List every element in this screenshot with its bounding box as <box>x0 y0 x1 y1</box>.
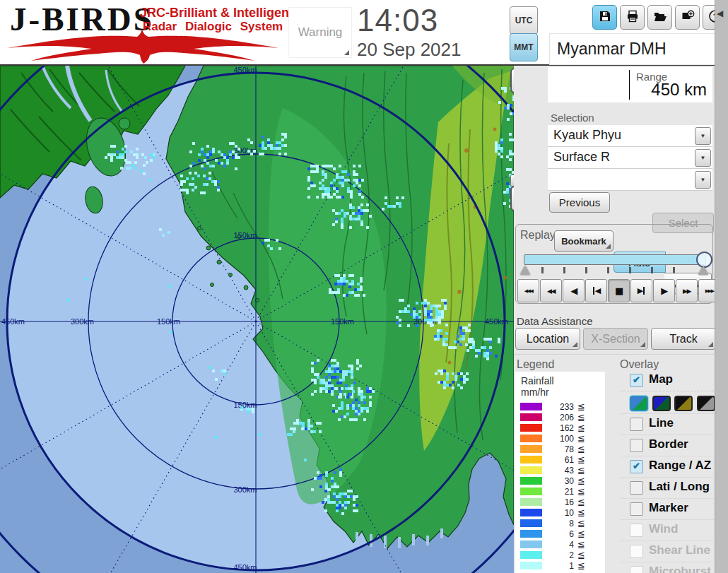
overlay-item-lati-long[interactable]: Lati / Long <box>620 477 714 498</box>
station-name-box: Myanmar DMH <box>549 33 722 65</box>
map-style-4[interactable] <box>697 396 715 411</box>
checkbox-icon[interactable] <box>630 439 643 452</box>
play-button[interactable]: ▶ <box>653 279 675 302</box>
save-icon <box>598 9 612 26</box>
legend-unit: mm/hr <box>521 386 549 398</box>
map-style-1[interactable] <box>630 396 648 411</box>
toolbar: ? <box>592 5 727 30</box>
chevron-down-icon[interactable]: ▼ <box>695 127 711 145</box>
overlay-item-label: Marker <box>649 501 688 515</box>
overlay-item-microburst[interactable]: Microburst <box>620 562 714 573</box>
legend-value: 206 <box>524 413 574 423</box>
panel-collapse-strip[interactable]: ◀ <box>715 0 728 573</box>
checkbox-icon[interactable] <box>630 418 643 431</box>
play-icon: ▶ <box>661 285 667 296</box>
track-button[interactable]: Track <box>651 328 716 350</box>
legend-value: 100 <box>524 434 574 444</box>
fast-forward-2-button[interactable]: ▶▶ <box>676 279 698 302</box>
overlay-item-map[interactable]: ✔Map <box>620 370 714 391</box>
print-button[interactable] <box>620 5 645 30</box>
overlay-item-border[interactable]: Border <box>620 435 714 456</box>
overlay-item-line[interactable]: Line <box>620 413 714 435</box>
map-style-swatches <box>620 391 714 413</box>
slider-tick <box>673 267 675 273</box>
legend-operator: ≦ <box>577 497 585 507</box>
step-back-button[interactable]: ◀ <box>563 279 585 302</box>
stop-button[interactable]: ■ <box>608 279 630 302</box>
legend-value: 8 <box>524 519 574 528</box>
fast-rewind-2-button[interactable]: ◀◀ <box>540 279 562 302</box>
save-button[interactable] <box>592 5 617 30</box>
legend-value: 233 <box>524 402 574 412</box>
legend-operator: ≦ <box>577 550 585 560</box>
overlay-item-shear-line[interactable]: Shear Line <box>620 540 714 562</box>
chevron-down-icon[interactable]: ▼ <box>695 149 711 167</box>
utc-button[interactable]: UTC <box>510 6 538 35</box>
radar-map-svg[interactable]: 450km300km150km150km300km450km450km300km… <box>0 66 514 573</box>
legend-value: 61 <box>524 455 574 465</box>
x-section-button[interactable]: X-Section <box>583 328 648 350</box>
legend-entry: 233≦ <box>515 402 605 413</box>
open-folder-button[interactable] <box>647 5 672 30</box>
selection-label: Selection <box>551 112 594 124</box>
skip-forward-button[interactable]: ▶ <box>630 279 652 302</box>
range-value: 450 km <box>651 80 707 100</box>
checkbox-checked-icon[interactable]: ✔ <box>630 460 643 473</box>
add-image-button[interactable] <box>675 5 700 30</box>
ring-label: 450km <box>485 317 508 326</box>
checkbox-icon[interactable] <box>630 481 643 495</box>
button-label: X-Section <box>591 333 640 345</box>
button-label: Location <box>527 333 570 345</box>
legend-value: 6 <box>524 529 574 539</box>
replay-slider-track[interactable] <box>524 254 706 265</box>
data-assistance-label: Data Assistance <box>517 315 593 327</box>
legend-operator: ≦ <box>577 560 585 571</box>
map-style-3[interactable] <box>674 396 693 411</box>
checkbox-icon[interactable] <box>630 524 643 537</box>
overlay-item-label: Range / AZ <box>649 459 711 473</box>
skip-back-button[interactable]: ◀ <box>585 279 607 302</box>
legend-box: Rainfall mm/hr 233≦206≦162≦100≦78≦61≦43≦… <box>515 372 605 573</box>
checkbox-icon[interactable] <box>630 566 643 573</box>
map-style-2[interactable] <box>652 396 671 411</box>
legend-entry: 206≦ <box>515 413 605 423</box>
fast-rewind-3-button[interactable]: ◀◀◀ <box>517 279 539 302</box>
legend-operator: ≦ <box>577 518 585 528</box>
radar-map-view[interactable]: 450km300km150km150km300km450km450km300km… <box>0 66 514 573</box>
previous-button[interactable]: Previous <box>549 192 610 213</box>
collapse-left-icon[interactable]: ◀ <box>717 8 723 18</box>
divider <box>514 354 714 355</box>
legend-value: 1 <box>524 561 574 571</box>
dropdown-site[interactable]: Kyauk Phyu ▼ <box>548 125 712 147</box>
add-image-icon <box>681 9 695 26</box>
legend-value: 16 <box>524 497 574 507</box>
ring-label: 450km <box>233 66 257 74</box>
skip-back-icon: ◀ <box>592 286 600 295</box>
mmt-button[interactable]: MMT <box>510 33 538 61</box>
overlay-item-label: Lati / Long <box>649 480 710 494</box>
slider-tick <box>541 267 544 273</box>
dropdown-option[interactable]: ▼ <box>548 169 712 191</box>
chevron-down-icon[interactable]: ▼ <box>695 171 711 189</box>
bookmark-button[interactable]: Bookmark <box>554 230 613 252</box>
legend-value: 43 <box>524 466 574 475</box>
checkbox-icon[interactable] <box>630 545 643 558</box>
overlay-item-label: Map <box>649 372 673 386</box>
warning-button[interactable]: Warning <box>288 7 352 58</box>
slider-end-marker[interactable] <box>698 266 708 275</box>
overlay-item-wind[interactable]: Wind <box>620 519 714 540</box>
slider-start-marker[interactable] <box>520 266 530 275</box>
print-icon <box>626 9 640 26</box>
station-name: Myanmar DMH <box>557 40 667 59</box>
legend-operator: ≦ <box>577 486 585 497</box>
location-button[interactable]: Location <box>515 328 580 350</box>
overlay-item-range-az[interactable]: ✔Range / AZ <box>620 456 714 477</box>
checkbox-icon[interactable] <box>630 502 643 516</box>
legend-quantity: Rainfall <box>521 375 554 386</box>
checkbox-checked-icon[interactable]: ✔ <box>630 374 643 387</box>
jbirds-application-window: J-BIRDS JRC-Brilliant & Intelligent Rada… <box>0 0 728 573</box>
legend-value: 21 <box>524 487 574 497</box>
legend-value: 2 <box>524 550 574 560</box>
overlay-item-marker[interactable]: Marker <box>620 498 714 519</box>
dropdown-product[interactable]: Surface R ▼ <box>548 147 712 169</box>
